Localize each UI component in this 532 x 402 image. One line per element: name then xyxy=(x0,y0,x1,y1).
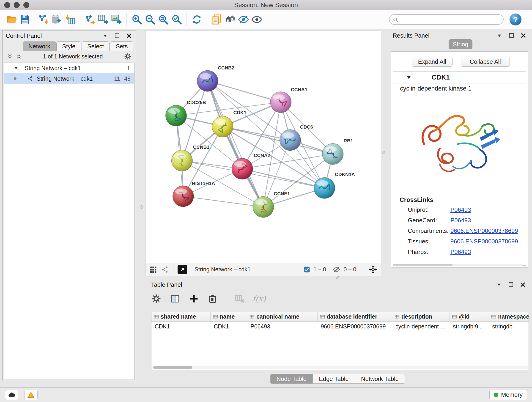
save-session-button[interactable] xyxy=(18,12,32,27)
results-tab-string[interactable]: String xyxy=(449,39,472,49)
tab-sets[interactable]: Sets xyxy=(110,41,133,51)
network-view[interactable]: CCNB2CCNA1CDC25BCDK1CDC6RB1CCNB1CCNA2CDK… xyxy=(145,30,381,263)
zoom-out-icon[interactable] xyxy=(143,12,157,27)
show-graphics-icon[interactable] xyxy=(250,12,264,27)
table-settings-gear-icon[interactable] xyxy=(150,293,162,305)
crosslink-uniprot-link[interactable]: P06493 xyxy=(450,206,471,213)
tab-select[interactable]: Select xyxy=(82,41,109,51)
network-node-rb1[interactable] xyxy=(322,143,343,165)
expand-all-button[interactable]: Expand All xyxy=(412,57,452,67)
network-node-cdc6[interactable] xyxy=(280,129,301,151)
network-node-ccne1[interactable] xyxy=(253,196,274,217)
node-table[interactable]: shared name name canonical name database… xyxy=(151,312,529,370)
birdseye-toggle-icon[interactable] xyxy=(224,12,237,27)
network-options-gear-icon[interactable] xyxy=(124,52,132,60)
section-collapse-icon[interactable] xyxy=(406,75,412,80)
network-edge[interactable] xyxy=(208,81,281,102)
function-builder-icon[interactable]: f(x) xyxy=(253,294,266,303)
import-table-icon[interactable] xyxy=(63,12,76,27)
birdseye-open-button[interactable] xyxy=(177,265,187,274)
duplicate-network-icon[interactable] xyxy=(210,12,224,27)
window-zoom-button[interactable] xyxy=(23,2,29,8)
expand-all-networks-icon[interactable] xyxy=(16,53,22,59)
column-header[interactable]: shared name xyxy=(152,312,210,321)
network-edge[interactable] xyxy=(242,169,324,188)
crosslink-tissues-link[interactable]: 9606.ENSP00000378699 xyxy=(450,238,518,245)
cloud-status-button[interactable] xyxy=(5,390,18,400)
delete-column-icon[interactable] xyxy=(207,293,219,305)
control-panel-float-icon[interactable] xyxy=(114,32,121,39)
tab-style[interactable]: Style xyxy=(56,41,81,51)
network-collection-row[interactable]: String Network – cdk1 1 xyxy=(4,63,134,73)
column-header[interactable]: namespace xyxy=(489,312,529,321)
network-row-selected[interactable]: String Network – cdk1 11 48 xyxy=(4,73,134,84)
network-node-ccnb2[interactable] xyxy=(197,70,218,91)
left-splitter-handle[interactable] xyxy=(140,205,143,209)
memory-button[interactable]: Memory xyxy=(489,390,527,400)
column-header[interactable]: database identifier xyxy=(317,312,392,321)
show-columns-icon[interactable] xyxy=(169,293,181,305)
results-panel-menu-icon[interactable] xyxy=(496,32,503,39)
selected-checkbox-icon[interactable] xyxy=(303,266,310,273)
control-panel-menu-icon[interactable] xyxy=(101,32,109,39)
network-node-cdc25b[interactable] xyxy=(166,105,187,126)
tab-network-table[interactable]: Network Table xyxy=(355,374,405,384)
open-session-button[interactable] xyxy=(5,12,18,27)
export-table-icon[interactable] xyxy=(97,12,110,27)
results-panel-float-icon[interactable] xyxy=(508,32,515,39)
table-row[interactable]: CDK1 CDK1 P06493 9606.ENSP00000378699 cy… xyxy=(152,322,529,331)
grid-mode-icon[interactable] xyxy=(149,266,157,274)
network-node-ccna1[interactable] xyxy=(270,92,291,113)
import-network-file-icon[interactable] xyxy=(37,12,50,27)
table-panel-menu-icon[interactable] xyxy=(495,281,503,288)
crosslink-genecard-link[interactable]: P06493 xyxy=(450,217,471,224)
crosslink-compartments-link[interactable]: 9606.ENSP00000378699 xyxy=(450,227,518,235)
table-panel-float-icon[interactable] xyxy=(507,281,515,288)
collapse-all-button[interactable]: Collapse All xyxy=(461,57,510,67)
network-canvas[interactable]: CCNB2CCNA1CDC25BCDK1CDC6RB1CCNB1CCNA2CDK… xyxy=(146,31,381,263)
results-scrollbar[interactable] xyxy=(393,264,523,266)
network-node-cdkn1a[interactable] xyxy=(314,177,335,198)
add-column-icon[interactable] xyxy=(188,293,200,305)
export-image-icon[interactable] xyxy=(110,12,123,27)
network-node-ccna2[interactable] xyxy=(232,158,253,179)
zoom-selected-icon[interactable] xyxy=(170,12,183,27)
zoom-fit-icon[interactable] xyxy=(157,12,170,27)
column-header[interactable]: name xyxy=(210,312,247,321)
network-node-ccnb1[interactable] xyxy=(172,150,193,171)
tab-node-table[interactable]: Node Table xyxy=(270,374,313,384)
search-input[interactable] xyxy=(389,16,503,23)
tab-edge-table[interactable]: Edge Table xyxy=(313,374,355,384)
bottom-splitter-handle[interactable] xyxy=(336,276,339,279)
tab-network[interactable]: Network xyxy=(23,41,56,51)
table-panel-close-icon[interactable] xyxy=(519,281,526,288)
window-minimize-button[interactable] xyxy=(14,2,20,8)
table-horizontal-scrollbar[interactable] xyxy=(152,366,528,369)
crosslink-pharos-link[interactable]: P06493 xyxy=(450,249,471,255)
tree-expand-icon[interactable] xyxy=(14,66,18,70)
help-button[interactable]: ? xyxy=(510,13,521,26)
network-edge[interactable] xyxy=(208,81,263,207)
zoom-in-icon[interactable] xyxy=(130,12,143,27)
delete-table-icon[interactable] xyxy=(234,293,246,305)
collapse-all-networks-icon[interactable] xyxy=(7,53,13,59)
network-node-hist1h1a[interactable] xyxy=(173,186,194,207)
network-mode-icon[interactable] xyxy=(161,266,169,274)
network-edge[interactable] xyxy=(223,127,333,154)
pan-crosshair-icon[interactable] xyxy=(369,265,377,274)
column-header[interactable]: @id xyxy=(450,312,489,321)
hide-graphics-icon[interactable] xyxy=(237,12,250,27)
column-header[interactable]: canonical name xyxy=(247,312,317,321)
export-network-icon[interactable] xyxy=(83,12,97,27)
window-close-button[interactable] xyxy=(4,2,10,8)
warnings-button[interactable] xyxy=(24,390,38,400)
column-header[interactable]: description xyxy=(392,312,450,321)
network-node-cdk1[interactable] xyxy=(212,116,233,137)
import-network-database-icon[interactable] xyxy=(50,12,63,27)
hidden-eye-slash-icon[interactable] xyxy=(333,266,340,273)
apply-layout-icon[interactable] xyxy=(190,12,203,27)
network-edge[interactable] xyxy=(183,196,263,207)
right-splitter-handle[interactable] xyxy=(382,151,385,154)
control-panel-close-icon[interactable] xyxy=(125,32,133,39)
results-panel-close-icon[interactable] xyxy=(520,32,527,39)
